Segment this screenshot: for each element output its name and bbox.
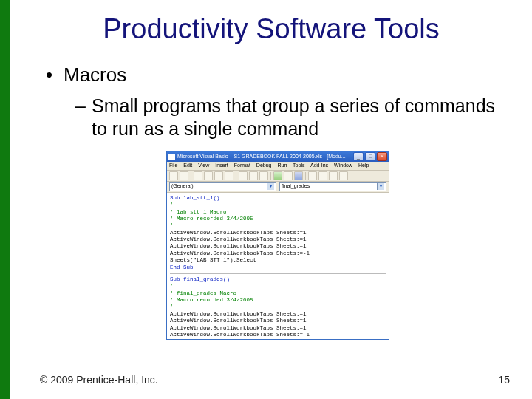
reset-icon[interactable]	[294, 171, 303, 180]
page-number: 15	[498, 374, 510, 386]
bullet-2-text: Small programs that group a series of co…	[92, 95, 510, 141]
bullet-dash: –	[75, 95, 92, 141]
toolbar-button[interactable]	[308, 171, 317, 180]
toolbar-button[interactable]	[329, 171, 338, 180]
accent-bar	[0, 0, 10, 399]
code-line: ' lab_stt_1 Macro	[170, 209, 386, 216]
vb-window: Microsoft Visual Basic - IS1 GRADEBOOK F…	[166, 151, 389, 340]
toolbar-sep	[236, 172, 236, 180]
bullet-1-text: Macros	[64, 63, 126, 87]
code-line: ActiveWindow.ScrollWorkbookTabs Sheets:=…	[170, 230, 386, 236]
code-line: ActiveWindow.ScrollWorkbookTabs Sheets:=…	[170, 332, 386, 338]
bullet-level-1: • Macros	[46, 63, 510, 87]
menu-debug[interactable]: Debug	[256, 163, 272, 168]
window-title: Microsoft Visual Basic - IS1 GRADEBOOK F…	[177, 154, 352, 160]
menu-view[interactable]: View	[198, 163, 209, 168]
minimize-button[interactable]: _	[353, 152, 364, 161]
toolbar-button[interactable]	[318, 171, 327, 180]
toolbar-button[interactable]	[249, 171, 258, 180]
vb-dropdown-bar: (General) ▾ final_grades ▾	[167, 182, 389, 193]
menu-help[interactable]: Help	[358, 163, 369, 168]
code-line: ActiveWindow.ScrollWorkbookTabs Sheets:=…	[170, 318, 386, 324]
menu-edit[interactable]: Edit	[183, 163, 192, 168]
vb-titlebar: Microsoft Visual Basic - IS1 GRADEBOOK F…	[167, 151, 389, 162]
footer: © 2009 Prentice-Hall, Inc. 15	[40, 374, 510, 386]
app-icon	[168, 154, 175, 160]
toolbar-button[interactable]	[339, 171, 348, 180]
code-line: '	[170, 283, 386, 290]
menu-run[interactable]: Run	[277, 163, 287, 168]
code-line: End Sub	[170, 265, 386, 271]
break-icon[interactable]	[284, 171, 293, 180]
menu-insert[interactable]: Insert	[215, 163, 228, 168]
copyright: © 2009 Prentice-Hall, Inc.	[40, 374, 158, 386]
menu-file[interactable]: File	[169, 163, 177, 168]
code-line: ActiveWindow.ScrollWorkbookTabs Sheets:=…	[170, 236, 386, 243]
code-line: ActiveWindow.ScrollWorkbookTabs Sheets:=…	[170, 243, 386, 250]
code-line: Sheets("LAB STT 1").Select	[170, 257, 386, 264]
procedure-dropdown[interactable]: final_grades ▾	[279, 182, 386, 191]
bullet-level-2: – Small programs that group a series of …	[75, 95, 510, 141]
code-divider	[170, 273, 386, 274]
toolbar-button[interactable]	[214, 171, 223, 180]
code-line: '	[170, 222, 386, 229]
toolbar-sep	[270, 172, 271, 180]
code-line: Sub lab_stt_1()	[170, 195, 386, 202]
toolbar-button[interactable]	[204, 171, 213, 180]
object-dropdown[interactable]: (General) ▾	[169, 182, 276, 191]
toolbar-sep	[191, 172, 191, 180]
menu-window[interactable]: Window	[334, 163, 352, 168]
slide-title: Productivity Software Tools	[10, 13, 532, 45]
object-dropdown-value: (General)	[171, 183, 194, 190]
toolbar-button[interactable]	[239, 171, 248, 180]
vb-toolbar	[167, 171, 389, 182]
toolbar-button[interactable]	[180, 171, 188, 180]
figure-wrap: Microsoft Visual Basic - IS1 GRADEBOOK F…	[46, 151, 510, 344]
menu-addins[interactable]: Add-Ins	[310, 163, 328, 168]
close-button[interactable]: ×	[377, 152, 387, 161]
content-area: • Macros – Small programs that group a s…	[10, 63, 532, 344]
menu-tools[interactable]: Tools	[293, 163, 304, 168]
toolbar-button[interactable]	[259, 171, 268, 180]
bullet-dot: •	[46, 63, 64, 87]
code-line: ' Macro recorded 3/4/2005	[170, 297, 386, 304]
toolbar-button[interactable]	[225, 171, 233, 180]
vb-menubar: File Edit View Insert Format Debug Run T…	[167, 162, 389, 171]
code-line: '	[170, 202, 386, 208]
run-icon[interactable]	[273, 171, 282, 180]
maximize-button[interactable]: □	[365, 152, 375, 161]
code-line: ActiveWindow.ScrollWorkbookTabs Sheets:=…	[170, 311, 386, 318]
code-line: '	[170, 304, 386, 310]
chevron-down-icon: ▾	[267, 183, 274, 190]
chevron-down-icon: ▾	[377, 183, 384, 190]
code-pane[interactable]: Sub lab_stt_1() ' ' lab_stt_1 Macro ' Ma…	[167, 193, 389, 339]
menu-format[interactable]: Format	[234, 163, 250, 168]
slide-body: Productivity Software Tools • Macros – S…	[10, 0, 532, 399]
toolbar-button[interactable]	[169, 171, 178, 180]
code-line: ' Macro recorded 3/4/2005	[170, 216, 386, 222]
code-line: Sheets("FINAL GRADESHEET").Select	[170, 338, 386, 339]
procedure-dropdown-value: final_grades	[282, 183, 310, 190]
code-line: Sub final_grades()	[170, 276, 386, 283]
code-line: ActiveWindow.ScrollWorkbookTabs Sheets:=…	[170, 250, 386, 257]
code-line: ' final_grades Macro	[170, 290, 386, 297]
code-line: ActiveWindow.ScrollWorkbookTabs Sheets:=…	[170, 325, 386, 332]
toolbar-sep	[305, 172, 306, 180]
toolbar-button[interactable]	[194, 171, 202, 180]
